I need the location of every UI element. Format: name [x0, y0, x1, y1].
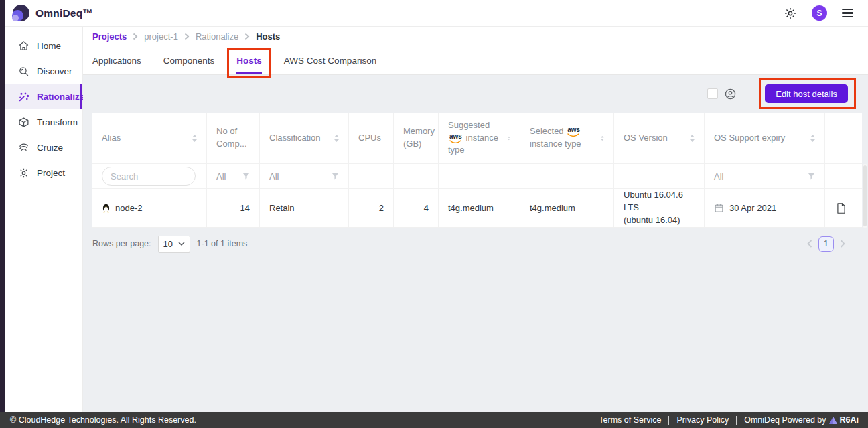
- cpus-value: 2: [379, 203, 384, 213]
- pagination-summary: 1-1 of 1 items: [197, 239, 248, 248]
- tab-label: Applications: [92, 56, 141, 66]
- r6ai-label: R6Ai: [840, 415, 859, 425]
- sort-icon[interactable]: [601, 135, 604, 142]
- filter-funnel-icon[interactable]: [808, 173, 815, 180]
- filter-cell-empty: [439, 164, 520, 188]
- column-header-cpus[interactable]: CPUs: [349, 113, 394, 163]
- sidebar-item-cruize[interactable]: Cruize: [5, 135, 82, 160]
- footer-copyright: © CloudHedge Technologies. All Rights Re…: [10, 415, 196, 425]
- column-header-classification[interactable]: Classification: [260, 113, 349, 163]
- column-header-os-version[interactable]: OS Version: [614, 113, 705, 163]
- sidebar-item-project[interactable]: Project: [5, 160, 82, 186]
- filter-cell-empty: [394, 164, 439, 188]
- left-edge-strip: [0, 0, 5, 412]
- sort-icon[interactable]: [810, 135, 815, 142]
- sidebar-item-discover[interactable]: Discover: [5, 58, 82, 84]
- column-header-no-of-components[interactable]: No of Comp...: [207, 113, 260, 163]
- footer-powered-by: OmniDeq Powered by: [737, 415, 828, 425]
- column-header-selected-instance-type[interactable]: Selected aws instance type: [520, 113, 614, 163]
- sort-icon[interactable]: [508, 135, 510, 142]
- person-circle-icon[interactable]: [724, 88, 737, 100]
- settings-gear-icon[interactable]: [784, 7, 797, 20]
- breadcrumb-projects[interactable]: Projects: [92, 31, 127, 42]
- column-label: Alias: [102, 132, 190, 145]
- brand[interactable]: OmniDeq™: [12, 5, 93, 22]
- footer-privacy-link[interactable]: Privacy Policy: [669, 415, 736, 425]
- menu-hamburger-icon[interactable]: [842, 9, 853, 17]
- filter-cell-classification[interactable]: All: [260, 164, 349, 188]
- next-page-chevron[interactable]: [840, 240, 845, 248]
- os-version-line2: (ubuntu 16.04): [624, 214, 695, 227]
- cell-selected-instance-type: t4g.medium: [520, 189, 614, 227]
- memory-value: 4: [424, 203, 429, 213]
- column-header-suggested-instance-type[interactable]: Suggested aws instance type: [439, 113, 520, 163]
- cruize-swirl-icon: [18, 142, 29, 153]
- sort-icon[interactable]: [334, 135, 339, 142]
- footer-terms-link[interactable]: Terms of Service: [591, 415, 668, 425]
- sort-icon[interactable]: [690, 135, 695, 142]
- suggested-instance-value: t4g.medium: [448, 203, 494, 213]
- sidebar-item-label: Rationalize: [37, 92, 84, 102]
- aws-logo-icon: aws: [449, 133, 462, 143]
- column-label: No of Comp...: [216, 125, 247, 151]
- sort-icon[interactable]: [192, 135, 197, 142]
- filter-cell-no-of-components[interactable]: All: [207, 164, 260, 188]
- tab-applications[interactable]: Applications: [92, 46, 141, 74]
- chevron-right-icon: [244, 33, 250, 40]
- column-label: instance type: [530, 139, 581, 149]
- filter-cell-empty: [825, 164, 857, 188]
- filter-cell-alias: [92, 164, 207, 188]
- rows-per-page-value: 10: [163, 239, 173, 249]
- tab-components[interactable]: Components: [163, 46, 215, 74]
- filter-value: All: [216, 171, 226, 182]
- user-avatar[interactable]: S: [812, 5, 827, 21]
- cell-classification: Retain: [260, 189, 349, 227]
- filter-cell-empty: [614, 164, 705, 188]
- filter-funnel-icon[interactable]: [242, 173, 250, 180]
- column-label: Selected: [530, 126, 564, 136]
- breadcrumb-project-1[interactable]: project-1: [144, 31, 178, 42]
- cell-no-of-components: 14: [207, 189, 260, 227]
- tab-aws-cost-comparison[interactable]: AWS Cost Comparison: [284, 46, 376, 74]
- tab-hosts[interactable]: Hosts: [236, 46, 262, 74]
- filter-cell-os-support-expiry[interactable]: All: [705, 164, 825, 188]
- sidebar-item-transform[interactable]: Transform: [5, 109, 82, 135]
- chevron-right-icon: [133, 33, 138, 40]
- table-filter-row: All All All: [92, 164, 862, 189]
- table-row[interactable]: node-2 14 Retain 2 4 t4g.medium t4g.medi…: [92, 189, 862, 228]
- document-icon[interactable]: [837, 203, 846, 214]
- column-label: Memory (GB): [403, 125, 435, 151]
- cell-os-support-expiry: 30 Apr 2021: [705, 189, 825, 227]
- edit-host-details-button[interactable]: Edit host details: [765, 84, 848, 103]
- column-header-os-support-expiry[interactable]: OS Support expiry: [705, 113, 825, 163]
- sidebar-item-home[interactable]: Home: [5, 33, 82, 58]
- tab-label: Components: [163, 56, 215, 66]
- page-number-button[interactable]: 1: [818, 236, 834, 252]
- filter-funnel-icon[interactable]: [332, 173, 339, 180]
- table-header-row: Alias No of Comp... Classification CPUs …: [92, 113, 862, 164]
- alias-search-input[interactable]: [102, 167, 196, 186]
- edit-button-label: Edit host details: [776, 89, 837, 99]
- column-header-actions: [825, 113, 857, 163]
- tab-label: Hosts: [236, 56, 262, 66]
- previous-page-chevron[interactable]: [807, 240, 812, 248]
- breadcrumb: Projects project-1 Rationalize Hosts: [83, 27, 868, 46]
- alias-value: node-2: [115, 203, 142, 213]
- rationalize-wand-icon: [18, 91, 29, 102]
- cell-cpus: 2: [349, 189, 394, 227]
- sidebar-item-label: Transform: [37, 117, 78, 127]
- column-header-alias[interactable]: Alias: [92, 113, 207, 163]
- sidebar-item-rationalize[interactable]: Rationalize: [5, 84, 82, 109]
- r6ai-brand: R6Ai: [829, 415, 861, 425]
- table-toolbar: Edit host details: [83, 75, 868, 113]
- avatar-initial: S: [816, 9, 822, 18]
- rows-per-page-select[interactable]: 10: [158, 236, 190, 253]
- table-scrollbar[interactable]: [863, 164, 867, 228]
- linux-penguin-icon: [102, 203, 111, 213]
- cell-os-version: Ubuntu 16.04.6 LTS (ubuntu 16.04): [614, 189, 705, 227]
- os-version-line1: Ubuntu 16.04.6 LTS: [624, 189, 695, 214]
- hosts-table: Alias No of Comp... Classification CPUs …: [92, 113, 862, 228]
- breadcrumb-rationalize[interactable]: Rationalize: [196, 31, 238, 42]
- column-header-memory-gb[interactable]: Memory (GB): [394, 113, 439, 163]
- select-checkbox[interactable]: [707, 88, 718, 99]
